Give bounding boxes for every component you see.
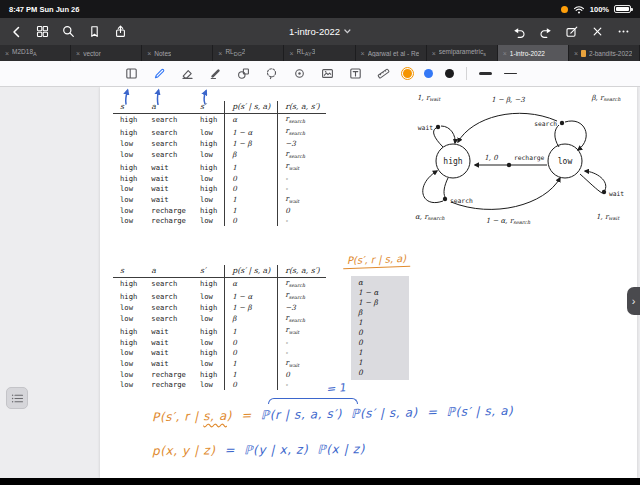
table-row: low search high 1 − β −3 [113,139,326,149]
pen-icon [153,67,166,80]
chevron-left-icon [10,25,23,38]
pasted-probability-column: α1 − α1 − ββ100110 [351,276,409,380]
tab-close-icon[interactable]: × [147,50,151,57]
tab-close-icon[interactable]: × [76,50,80,57]
action-wait-top-label: wait [418,124,433,131]
handwritten-equals-one: = 1 [325,381,346,396]
redo-icon [539,25,552,38]
tab-close-icon[interactable]: × [574,50,578,57]
table-row: low wait low 1 rwait [113,358,326,370]
eq1-equals-2: = [427,405,438,419]
pages-panel-tool[interactable] [123,66,139,82]
table-row: high search high α rsearch [113,114,326,127]
share-icon [114,25,127,38]
probability-value: β [351,308,409,318]
action-node-recharge [507,163,511,167]
probability-value: 1 [351,358,409,368]
thumbnails-button[interactable] [36,25,49,38]
close-button[interactable] [591,25,604,38]
tab-vector[interactable]: ×vector [71,45,142,61]
tab-close-icon[interactable]: × [432,50,436,57]
tab-close-icon[interactable]: × [218,50,222,57]
table-row: low search low β rsearch [113,313,326,325]
tab-semiparametric[interactable]: ×semiparametrics [427,45,498,61]
transition-table-bottom: s a s′ p(s′ | s, a) r(s, a, s′) high sea… [113,265,326,390]
stroke-thickness-thin[interactable] [504,73,517,74]
handwritten-overbrace [268,398,358,404]
eq1-lhs: P(s′, r | s, a) [152,409,232,424]
color-swatch-orange[interactable] [403,69,412,78]
content-area: s a s′ p(s′ | s, a) r(s, a, s′) high sea… [0,87,640,478]
close-icon [591,25,604,38]
share-button[interactable] [114,25,127,38]
action-node-search-bottom [443,197,447,201]
text-tool[interactable] [347,66,363,82]
compose-button[interactable] [565,25,578,38]
table-row: low recharge high 1 0 [113,370,326,380]
lasso-tool[interactable] [263,66,279,82]
table-header-row: s a s′ p(s′ | s, a) r(s, a, s′) [113,265,326,278]
tab-notes[interactable]: ×Notes [142,45,213,61]
back-button[interactable] [10,25,23,38]
document-title-menu[interactable]: 1-intro-2022 [289,26,351,37]
table-row: high wait low 0 - [113,174,326,184]
table-header-row: s a s′ p(s′ | s, a) r(s, a, s′) [113,101,326,114]
tab-close-icon[interactable]: × [289,50,293,57]
probability-value: 0 [351,368,409,378]
tab-agarwal-et-al[interactable]: ×Agarwal et al - Re [356,45,427,61]
col-a: a [144,101,193,114]
tab-close-icon[interactable]: × [361,50,365,57]
label-search-high-prob: α, rsearch [415,213,445,221]
tab-close-icon[interactable]: × [503,50,507,57]
table-row: low search high 1 − β −3 [113,303,326,313]
outline-panel-toggle[interactable] [6,387,28,409]
toolbar [0,61,640,87]
probability-value: 0 [351,328,409,338]
tab-2-bandits-2022[interactable]: ×2-bandits-2022 [569,45,640,61]
image-tool[interactable] [319,66,335,82]
home-indicator-bar [0,478,640,485]
eq1-term-1: ℙ(r | s, a, s′) [261,407,342,422]
color-swatch-black[interactable] [445,69,454,78]
highlighter-tool[interactable] [207,66,223,82]
pointer-tool[interactable] [291,66,307,82]
pen-tool[interactable] [151,66,167,82]
col-r: r(s, a, s′) [278,101,327,114]
probability-value: 1 − β [351,298,409,308]
eraser-tool[interactable] [179,66,195,82]
tab-rl-ay3[interactable]: ×RLAY3 [284,45,355,61]
tab-m2d18-a[interactable]: ×M2D18A [0,45,71,61]
col-p: p(s′ | s, a) [225,101,278,114]
tab-rl-dg2[interactable]: ×RLDG2 [213,45,284,61]
handwritten-equation-2: p(x, y | z) = ℙ(y | x, z) ℙ(x | z) [152,442,365,458]
recording-indicator-dot[interactable] [561,6,568,13]
undo-icon [513,25,526,38]
bookmark-icon [88,25,101,38]
battery-icon [614,5,631,13]
note-page-canvas[interactable]: s a s′ p(s′ | s, a) r(s, a, s′) high sea… [100,87,637,478]
color-swatch-blue[interactable] [424,69,433,78]
more-button[interactable] [617,25,630,38]
stroke-thickness-medium[interactable] [479,72,492,75]
page-title: 1-intro-2022 [289,26,340,37]
search-button[interactable] [62,25,75,38]
action-recharge-label: recharge [514,154,545,162]
search-icon [62,25,75,38]
chevron-down-icon [344,29,351,34]
handwritten-column-header: P(s′, r | s, a) [343,253,411,269]
eq2-term-2: ℙ(x | z) [317,442,365,456]
undo-button[interactable] [513,25,526,38]
table-row: low wait high 0 - [113,348,326,358]
table-row: low wait high 0 - [113,184,326,194]
shapes-tool[interactable] [235,66,251,82]
table-row: low search low β rsearch [113,149,326,161]
table-row: high search high α rsearch [113,278,326,291]
tab-close-icon[interactable]: × [5,50,9,57]
transition-table-top: s a s′ p(s′ | s, a) r(s, a, s′) high sea… [113,101,326,226]
right-panel-chevron[interactable]: › [627,287,640,315]
mdp-diagram: 1, rwait 1 − β, −3 β, rsearch 1, 0 α, rs… [413,89,635,227]
tab-1-intro-2022[interactable]: ×1-intro-2022 [498,45,569,61]
bookmark-button[interactable] [88,25,101,38]
ruler-tool[interactable] [375,66,391,82]
redo-button[interactable] [539,25,552,38]
